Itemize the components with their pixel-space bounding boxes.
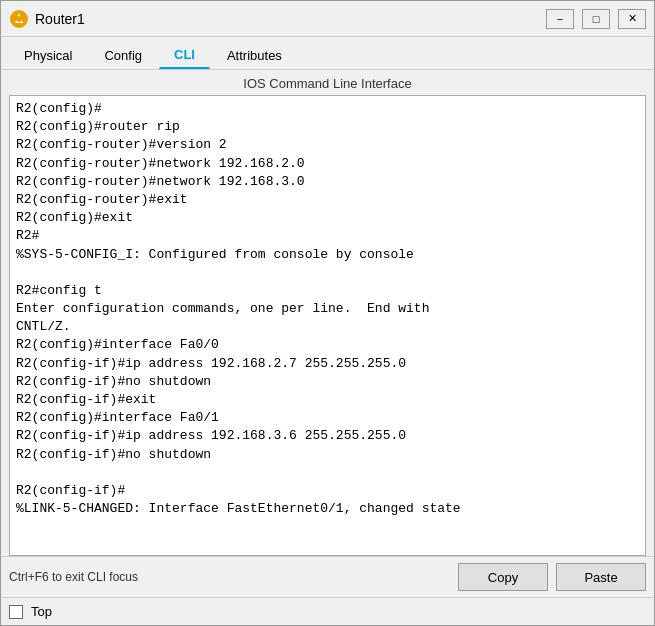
close-button[interactable]: ✕ <box>618 9 646 29</box>
tab-bar: Physical Config CLI Attributes <box>1 37 654 70</box>
tab-physical[interactable]: Physical <box>9 42 87 69</box>
minimize-button[interactable]: − <box>546 9 574 29</box>
cli-output[interactable]: R2(config)# R2(config)#router rip R2(con… <box>9 95 646 556</box>
paste-button[interactable]: Paste <box>556 563 646 591</box>
title-bar-left: Router1 <box>9 9 85 29</box>
app-icon <box>9 9 29 29</box>
cli-container: R2(config)# R2(config)#router rip R2(con… <box>1 95 654 556</box>
footer-bar: Ctrl+F6 to exit CLI focus Copy Paste <box>1 556 654 597</box>
svg-point-2 <box>16 16 22 22</box>
tab-config[interactable]: Config <box>89 42 157 69</box>
top-checkbox[interactable] <box>9 605 23 619</box>
copy-button[interactable]: Copy <box>458 563 548 591</box>
bottom-bar: Top <box>1 597 654 625</box>
footer-hint: Ctrl+F6 to exit CLI focus <box>9 570 138 584</box>
title-bar: Router1 − □ ✕ <box>1 1 654 37</box>
top-label: Top <box>31 604 52 619</box>
window-title: Router1 <box>35 11 85 27</box>
tab-attributes[interactable]: Attributes <box>212 42 297 69</box>
main-window: Router1 − □ ✕ Physical Config CLI Attrib… <box>0 0 655 626</box>
footer-buttons: Copy Paste <box>458 563 646 591</box>
maximize-button[interactable]: □ <box>582 9 610 29</box>
panel-title: IOS Command Line Interface <box>1 70 654 95</box>
tab-cli[interactable]: CLI <box>159 41 210 69</box>
title-bar-controls: − □ ✕ <box>546 9 646 29</box>
